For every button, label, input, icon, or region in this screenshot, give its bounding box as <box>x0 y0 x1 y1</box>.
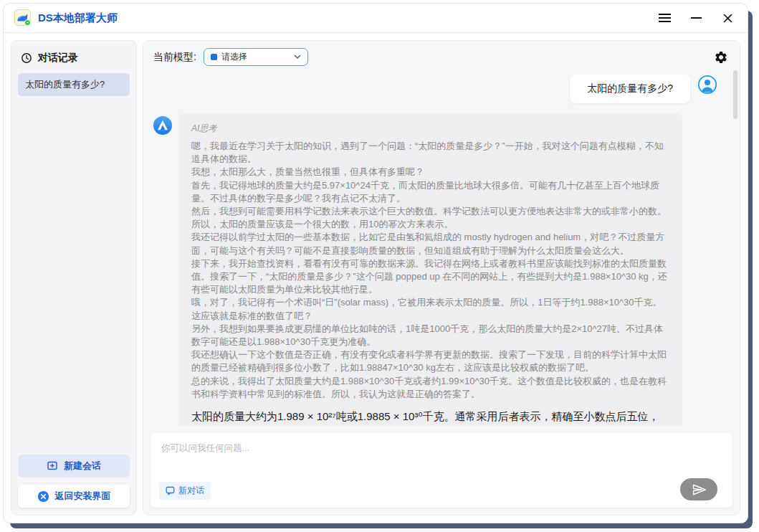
thinking-paragraph: 总的来说，我得出了太阳质量大约是1.988×10^30千克或者约1.99×10^… <box>191 375 669 401</box>
thinking-paragraph: 首先，我记得地球的质量大约是5.97×10^24千克，而太阳的质量比地球大很多倍… <box>191 179 669 205</box>
conversation-list-item[interactable]: 太阳的质量有多少? <box>18 73 130 96</box>
ai-avatar-icon <box>153 116 172 135</box>
thinking-paragraph: 我还记得以前学过太阳的一些基本数据，比如它是由氢和氦组成的 mostly hyd… <box>191 231 669 257</box>
chevron-down-icon <box>294 54 301 60</box>
message-input[interactable] <box>155 437 728 478</box>
conversation-history-label: 对话记录 <box>38 52 78 65</box>
message-input-card: 新对话 <box>151 433 732 508</box>
sidebar-spacer <box>18 96 130 455</box>
window-controls <box>657 11 735 25</box>
chat-plus-icon <box>47 460 58 472</box>
minimize-icon[interactable] <box>689 11 703 25</box>
thinking-paragraph: 我想，太阳那么大，质量当然也很重，但具体有多重呢？ <box>191 166 669 179</box>
clock-icon <box>21 52 32 64</box>
user-message-row: 太阳的质量有多少? <box>153 75 730 103</box>
thinking-paragraph: 接下来，我开始查找资料，看看有没有可靠的数据来源。我记得在网络上或者教科书里应该… <box>191 257 669 297</box>
model-select-dropdown[interactable]: 请选择 <box>204 48 308 66</box>
chat-bubble-icon <box>166 486 175 495</box>
send-plane-icon <box>692 484 706 495</box>
ai-message-bubble: AI思考 嗯，我最近在学习关于太阳的知识，遇到了一个问题：“太阳的质量是多少？”… <box>178 113 682 426</box>
back-to-install-label: 返回安装界面 <box>55 490 111 503</box>
current-model-label: 当前模型: <box>153 51 196 64</box>
back-to-install-button[interactable]: 返回安装界面 <box>18 485 130 508</box>
thinking-paragraph: 我还想确认一下这个数值是否正确，有没有变化或者科学界有更新的数据。搜索了一下发现… <box>191 348 669 374</box>
thinking-paragraph: 嗯，我最近在学习关于太阳的知识，遇到了一个问题：“太阳的质量是多少？”一开始，我… <box>191 140 669 166</box>
close-badge-icon <box>37 490 49 503</box>
app-title: DS本地部署大师 <box>38 11 118 25</box>
new-chat-button[interactable]: 新对话 <box>159 482 211 500</box>
model-dot-icon <box>211 54 217 60</box>
user-avatar-icon <box>697 75 717 95</box>
close-icon[interactable] <box>720 11 735 25</box>
model-selected-value: 请选择 <box>221 51 290 63</box>
thinking-paragraph: 然后，我想到可能需要用科学记数法来表示这个巨大的数值。科学记数法可以更方便地表达… <box>191 205 669 231</box>
settings-gear-icon[interactable] <box>714 50 728 65</box>
new-session-button[interactable]: 新建会话 <box>18 455 130 478</box>
chat-scrollbar[interactable] <box>733 70 737 119</box>
new-session-label: 新建会话 <box>64 460 101 472</box>
title-bar: DS本地部署大师 <box>4 4 748 33</box>
menu-icon[interactable] <box>657 11 672 25</box>
ai-thinking-text: 嗯，我最近在学习关于太阳的知识，遇到了一个问题：“太阳的质量是多少？”一开始，我… <box>191 140 669 401</box>
send-button[interactable] <box>680 478 717 500</box>
thinking-paragraph: 另外，我想到如果要换成更易懂的单位比如吨的话，1吨是1000千克，那么太阳的质量… <box>191 323 669 348</box>
chat-area: 太阳的质量有多少? <box>143 67 740 426</box>
app-window: DS本地部署大师 对话记录 太阳的质量有多少? <box>3 3 748 523</box>
ai-answer-text: 太阳的质量大约为1.989 × 10²⁷吨或1.9885 × 10³⁰千克。通常… <box>191 408 669 426</box>
conversation-history-header: 对话记录 <box>18 48 130 73</box>
user-message-bubble: 太阳的质量有多少? <box>570 75 690 103</box>
ai-thinking-label: AI思考 <box>191 123 669 135</box>
model-bar: 当前模型: 请选择 <box>143 41 740 67</box>
app-logo-icon <box>14 9 32 27</box>
thinking-paragraph: 哦，对了，我记得有一个术语叫“日”(solar mass)，它被用来表示太阳的质… <box>191 296 669 322</box>
app-body: 对话记录 太阳的质量有多少? 新建会话 返回安装界面 当前模型: <box>4 33 748 523</box>
new-chat-label: 新对话 <box>178 485 204 497</box>
main-panel: 当前模型: 请选择 太阳的质量有多少? <box>143 40 740 516</box>
ai-message-row: AI思考 嗯，我最近在学习关于太阳的知识，遇到了一个问题：“太阳的质量是多少？”… <box>153 113 730 426</box>
sidebar: 对话记录 太阳的质量有多少? 新建会话 返回安装界面 <box>11 40 137 516</box>
